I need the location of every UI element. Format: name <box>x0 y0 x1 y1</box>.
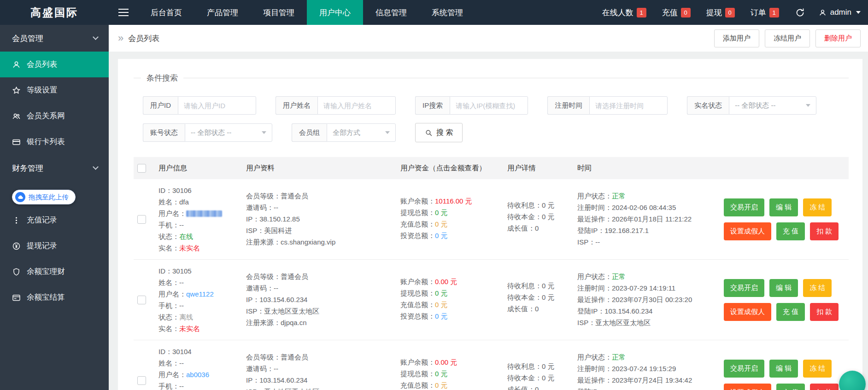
recharge-button[interactable]: 充 值 <box>776 303 805 321</box>
trade-open-button[interactable]: 交易开启 <box>724 198 764 216</box>
profile-level: 会员等级：普通会员 <box>246 271 396 282</box>
nav-item-projects[interactable]: 项目管理 <box>251 0 307 25</box>
info-status-label: 状态： <box>158 313 179 321</box>
info-username-value[interactable]: qwe1122 <box>186 290 214 298</box>
menu-toggle[interactable] <box>109 0 138 25</box>
time-register: 注册时间：2024-02-06 08:44:35 <box>577 202 719 213</box>
info-username-value[interactable]: ab0036 <box>186 371 209 378</box>
funds-invest-value[interactable]: 0 元 <box>435 312 448 320</box>
user-info-cell: ID：30104 姓名：-- 用户名：ab0036 手机：-- 状态：离线 实名… <box>158 346 246 390</box>
freeze-button[interactable]: 冻 结 <box>803 360 832 378</box>
stat-label: 提现 <box>706 7 722 18</box>
recharge-button[interactable]: 充 值 <box>776 222 805 240</box>
recharge-button[interactable]: 充 值 <box>776 384 805 390</box>
funds-recharge-label: 充值总额： <box>400 220 435 228</box>
sidebar-item-bank-cards[interactable]: 银行卡列表 <box>0 129 109 155</box>
refresh-button[interactable] <box>787 8 813 17</box>
detail-growth-label: 成长值： <box>507 224 535 232</box>
funds-recharge-value[interactable]: 0 元 <box>435 301 448 309</box>
funds-balance-value[interactable]: 0.00 元 <box>435 358 457 366</box>
realname-status-select[interactable]: -- 全部状态 -- <box>729 96 816 115</box>
profile-isp-value: 美国科进 <box>264 227 292 234</box>
user-name-input[interactable] <box>317 96 396 115</box>
funds-recharge-value[interactable]: 0 元 <box>435 381 448 389</box>
header-user-profile: 用户资料 <box>246 163 400 173</box>
stat-withdraw[interactable]: 提现 0 <box>698 7 743 18</box>
set-fake-button[interactable]: 设置成假人 <box>724 303 771 321</box>
sidebar-item-label: 会员列表 <box>27 59 57 70</box>
nav-item-system[interactable]: 系统管理 <box>419 0 475 25</box>
freeze-button[interactable]: 冻 结 <box>803 279 832 297</box>
freeze-user-button[interactable]: 冻结用户 <box>765 29 810 47</box>
info-username-label: 用户名： <box>158 210 186 217</box>
main-area: » 会员列表 添加用户 冻结用户 删除用户 条件搜索 用户ID 用户姓名 <box>109 0 868 390</box>
nav-item-products[interactable]: 产品管理 <box>194 0 251 25</box>
sidebar-item-withdraw-records[interactable]: 提现记录 <box>0 233 109 259</box>
funds-balance-value[interactable]: 10116.00 元 <box>435 197 472 205</box>
info-username-value[interactable] <box>186 210 222 217</box>
nav-item-user-center[interactable]: 用户中心 <box>307 0 363 25</box>
select-all-checkbox[interactable] <box>137 164 146 173</box>
detail-principal: 待收本金：0 元 <box>507 211 573 222</box>
user-id-input[interactable] <box>178 96 256 115</box>
delete-user-button[interactable]: 删除用户 <box>815 29 861 47</box>
sidebar-item-member-network[interactable]: 会员关系网 <box>0 103 109 129</box>
time-last-op-label: 最近操作： <box>577 296 612 303</box>
trade-open-button[interactable]: 交易开启 <box>724 279 764 297</box>
funds-withdraw-value[interactable]: 0 元 <box>435 289 448 297</box>
funds-balance-value[interactable]: 0.00 元 <box>435 278 457 285</box>
edit-button[interactable]: 编 辑 <box>769 279 798 297</box>
deduct-button[interactable]: 扣 款 <box>810 384 839 390</box>
freeze-button[interactable]: 冻 结 <box>803 198 832 216</box>
trade-open-button[interactable]: 交易开启 <box>724 360 764 378</box>
row-checkbox[interactable] <box>137 376 146 385</box>
set-fake-button[interactable]: 设置成假人 <box>724 222 771 240</box>
deduct-button[interactable]: 扣 款 <box>810 222 839 240</box>
edit-button[interactable]: 编 辑 <box>769 198 798 216</box>
funds-invest-value[interactable]: 0 元 <box>435 232 448 239</box>
funds-withdraw-value[interactable]: 0 元 <box>435 209 448 216</box>
info-id-value: 30106 <box>172 186 192 194</box>
nav-item-dashboard[interactable]: 后台首页 <box>138 0 194 25</box>
register-time-input[interactable] <box>589 96 668 115</box>
sidebar-item-yuebao-finance[interactable]: 余额宝理财 <box>0 259 109 285</box>
sidebar-item-member-list[interactable]: 会员列表 <box>0 52 109 77</box>
row-checkbox[interactable] <box>137 215 146 224</box>
upload-drop-tip[interactable]: 拖拽至此上传 <box>12 190 76 204</box>
sidebar-group-finance[interactable]: 财务管理 <box>0 155 109 181</box>
level-star-icon <box>12 86 21 95</box>
actions-row-1: 交易开启 编 辑 冻 结 <box>724 198 844 216</box>
profile-level-label: 会员等级： <box>246 192 281 200</box>
nav-item-info[interactable]: 信息管理 <box>363 0 419 25</box>
time-register-value: 2023-07-24 19:15:29 <box>612 365 676 373</box>
profile-invite-value: -- <box>274 365 278 373</box>
deduct-button[interactable]: 扣 款 <box>810 303 839 321</box>
stat-online-users[interactable]: 在线人数 1 <box>594 7 654 18</box>
row-checkbox[interactable] <box>137 296 146 304</box>
set-fake-button[interactable]: 设置成假人 <box>724 384 771 390</box>
sidebar-item-recharge-records[interactable]: 充值记录 <box>0 207 109 233</box>
member-group-select[interactable]: 全部方式 <box>327 123 396 142</box>
detail-interest-value: 0 元 <box>542 201 555 209</box>
funds-recharge-value[interactable]: 0 元 <box>435 220 448 228</box>
edit-button[interactable]: 编 辑 <box>769 360 798 378</box>
stat-recharge[interactable]: 充值 0 <box>654 7 698 18</box>
funds-withdraw-value[interactable]: 0 元 <box>435 370 448 378</box>
time-last-op-label: 最近操作： <box>577 215 612 223</box>
add-user-button[interactable]: 添加用户 <box>714 29 759 47</box>
sidebar-group-member[interactable]: 会员管理 <box>0 25 109 52</box>
stat-orders[interactable]: 订单 1 <box>743 7 787 18</box>
time-login-ip-value: 103.154.60.234 <box>604 307 652 315</box>
time-register-label: 注册时间： <box>577 365 612 373</box>
profile-invite: 邀请码：-- <box>246 202 396 213</box>
row-check-cell <box>134 265 158 334</box>
sidebar-item-level-settings[interactable]: 等级设置 <box>0 77 109 103</box>
sidebar-item-yuebao-settle[interactable]: 余额宝结算 <box>0 285 109 310</box>
search-button[interactable]: 搜 索 <box>415 123 463 142</box>
account-status-select[interactable]: -- 全部状态 -- <box>185 123 272 142</box>
info-id-value: 30104 <box>172 348 192 355</box>
profile-ip: IP：38.150.12.85 <box>246 213 396 225</box>
user-menu[interactable]: admin <box>813 8 864 17</box>
time-status-label: 用户状态： <box>577 192 612 200</box>
ip-search-input[interactable] <box>450 96 528 115</box>
